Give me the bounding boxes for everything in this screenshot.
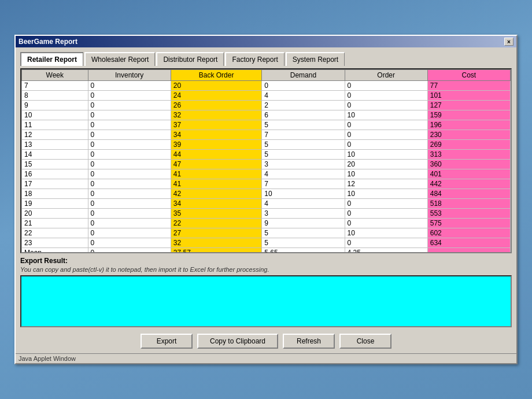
cell-cost bbox=[427, 248, 510, 254]
cell-inventory: 0 bbox=[88, 81, 171, 91]
cell-backorder: 20 bbox=[171, 81, 262, 91]
cell-backorder: 44 bbox=[171, 150, 262, 160]
cell-cost: 127 bbox=[427, 101, 510, 110]
cell-order: 0 bbox=[345, 209, 427, 219]
data-table-container: Week Inventory Back Order Demand Order C… bbox=[20, 68, 512, 253]
cell-order: 0 bbox=[345, 120, 427, 130]
cell-order: 20 bbox=[345, 160, 427, 169]
cell-cost: 442 bbox=[427, 179, 510, 189]
cell-week: 9 bbox=[22, 101, 88, 110]
cell-inventory: 0 bbox=[88, 91, 171, 101]
cell-demand: 7 bbox=[262, 130, 345, 140]
cell-week: 15 bbox=[22, 160, 88, 169]
tab-factory[interactable]: Factory Report bbox=[225, 52, 284, 66]
cell-order: 0 bbox=[345, 199, 427, 209]
refresh-button[interactable]: Refresh bbox=[283, 334, 335, 349]
cell-inventory: 0 bbox=[88, 160, 171, 169]
cell-demand: 4 bbox=[262, 199, 345, 209]
report-table: Week Inventory Back Order Demand Order C… bbox=[21, 69, 511, 253]
cell-cost: 101 bbox=[427, 91, 510, 101]
cell-backorder: 34 bbox=[171, 130, 262, 140]
cell-cost: 196 bbox=[427, 120, 510, 130]
cell-order: 0 bbox=[345, 219, 427, 228]
java-footer-label: Java Applet Window bbox=[19, 355, 76, 362]
table-row: 2303250634 bbox=[22, 238, 511, 248]
window-content: Retailer Report Wholesaler Report Distri… bbox=[16, 47, 516, 353]
cell-order: 0 bbox=[345, 130, 427, 140]
cell-demand: 5 bbox=[262, 150, 345, 160]
table-row: 802440101 bbox=[22, 91, 511, 101]
table-row: 1103750196 bbox=[22, 120, 511, 130]
cell-inventory: 0 bbox=[88, 199, 171, 209]
cell-demand: 4 bbox=[262, 169, 345, 179]
cell-week: 16 bbox=[22, 169, 88, 179]
table-row: 2102290575 bbox=[22, 219, 511, 228]
export-button[interactable]: Export bbox=[141, 334, 193, 349]
close-button[interactable]: Close bbox=[339, 334, 391, 349]
cell-demand: 6 bbox=[262, 110, 345, 120]
cell-inventory: 0 bbox=[88, 248, 171, 254]
export-hint: You can copy and paste(ctl-v) it to note… bbox=[20, 266, 512, 273]
table-row: 16041410401 bbox=[22, 169, 511, 179]
cell-inventory: 0 bbox=[88, 238, 171, 248]
cell-inventory: 0 bbox=[88, 189, 171, 199]
cell-backorder: 41 bbox=[171, 179, 262, 189]
table-row: 22027510602 bbox=[22, 228, 511, 238]
cell-cost: 575 bbox=[427, 219, 510, 228]
cell-week: 18 bbox=[22, 189, 88, 199]
table-row: 17041712442 bbox=[22, 179, 511, 189]
cell-order: 0 bbox=[345, 81, 427, 91]
cell-backorder: 39 bbox=[171, 140, 262, 150]
cell-order: 10 bbox=[345, 169, 427, 179]
table-row: 70200077 bbox=[22, 81, 511, 91]
tab-wholesaler[interactable]: Wholesaler Report bbox=[84, 52, 155, 66]
close-icon[interactable]: × bbox=[504, 38, 513, 46]
cell-inventory: 0 bbox=[88, 209, 171, 219]
cell-backorder: 27.57 bbox=[171, 248, 262, 254]
tab-system[interactable]: System Report bbox=[286, 52, 345, 66]
cell-week: 11 bbox=[22, 120, 88, 130]
cell-demand: 3 bbox=[262, 160, 345, 169]
cell-backorder: 37 bbox=[171, 120, 262, 130]
cell-inventory: 0 bbox=[88, 130, 171, 140]
table-row: Mean027.575.654.35 bbox=[22, 248, 511, 254]
cell-week: 7 bbox=[22, 81, 88, 91]
export-label: Export Result: bbox=[20, 257, 512, 265]
export-textarea[interactable] bbox=[20, 275, 512, 327]
window-title: BeerGame Report bbox=[19, 38, 77, 46]
cell-demand: 5.65 bbox=[262, 248, 345, 254]
copy-clipboard-button[interactable]: Copy to Clipboard bbox=[197, 334, 278, 349]
table-row: 2003530553 bbox=[22, 209, 511, 219]
tab-bar: Retailer Report Wholesaler Report Distri… bbox=[20, 52, 512, 66]
table-row: 15047320360 bbox=[22, 160, 511, 169]
cell-week: 22 bbox=[22, 228, 88, 238]
cell-demand: 3 bbox=[262, 209, 345, 219]
cell-backorder: 42 bbox=[171, 189, 262, 199]
cell-backorder: 22 bbox=[171, 219, 262, 228]
cell-inventory: 0 bbox=[88, 169, 171, 179]
cell-inventory: 0 bbox=[88, 110, 171, 120]
table-row: 10032610159 bbox=[22, 110, 511, 120]
cell-demand: 10 bbox=[262, 189, 345, 199]
cell-cost: 313 bbox=[427, 150, 510, 160]
cell-backorder: 32 bbox=[171, 238, 262, 248]
title-bar: BeerGame Report × bbox=[16, 36, 516, 47]
cell-demand: 9 bbox=[262, 219, 345, 228]
cell-inventory: 0 bbox=[88, 179, 171, 189]
cell-order: 10 bbox=[345, 228, 427, 238]
cell-week: 19 bbox=[22, 199, 88, 209]
cell-inventory: 0 bbox=[88, 101, 171, 110]
cell-backorder: 35 bbox=[171, 209, 262, 219]
cell-demand: 5 bbox=[262, 120, 345, 130]
cell-inventory: 0 bbox=[88, 219, 171, 228]
cell-cost: 484 bbox=[427, 189, 510, 199]
cell-cost: 401 bbox=[427, 169, 510, 179]
tab-distributor[interactable]: Distributor Report bbox=[156, 52, 224, 66]
cell-week: Mean bbox=[22, 248, 88, 254]
col-header-week: Week bbox=[22, 70, 88, 81]
cell-cost: 360 bbox=[427, 160, 510, 169]
tab-retailer[interactable]: Retailer Report bbox=[20, 52, 83, 66]
cell-order: 10 bbox=[345, 110, 427, 120]
java-footer: Java Applet Window bbox=[16, 353, 516, 363]
cell-demand: 5 bbox=[262, 140, 345, 150]
